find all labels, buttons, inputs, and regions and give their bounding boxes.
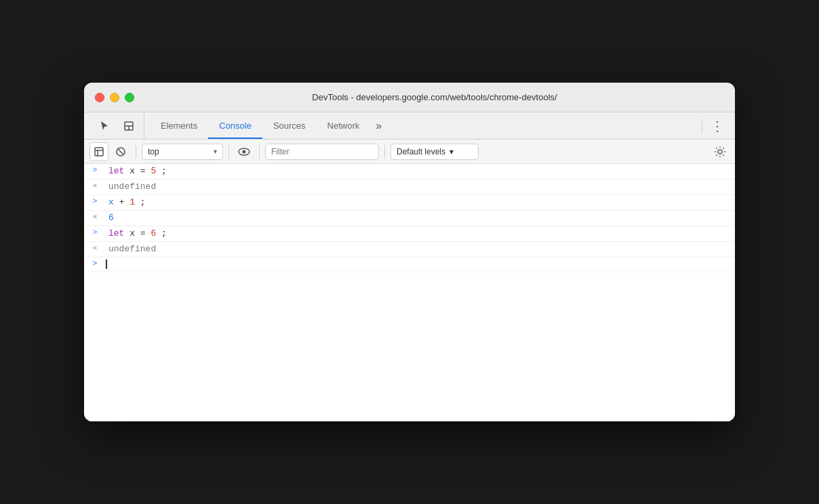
levels-chevron-icon: ▾ — [450, 147, 454, 156]
console-toolbar: top ▾ Default levels ▾ — [84, 140, 735, 164]
filter-input[interactable] — [265, 144, 379, 160]
context-selector[interactable]: top ▾ — [142, 144, 223, 160]
log-levels-selector[interactable]: Default levels ▾ — [391, 144, 479, 160]
input-arrow: > — [84, 164, 106, 176]
console-prompt-line[interactable]: > — [84, 257, 735, 272]
keyword: let — [108, 228, 124, 238]
toolbar-divider-1 — [136, 145, 136, 159]
keyword: let — [108, 166, 124, 176]
input-arrow: > — [84, 195, 106, 207]
minimize-button[interactable] — [110, 93, 119, 102]
cursor-icon[interactable] — [95, 117, 114, 135]
console-line-1: let x = 5 ; — [106, 164, 735, 179]
result-value: undefined — [108, 244, 156, 254]
maximize-button[interactable] — [125, 93, 134, 102]
number: 5 — [151, 166, 156, 176]
tabs-bar: Elements Console Sources Network » ⋮ — [84, 112, 735, 140]
console-line-2: undefined — [106, 180, 735, 194]
toolbar-divider-3 — [259, 145, 260, 159]
console-line-5: let x = 6 ; — [106, 226, 735, 241]
console-entry-4: « 6 — [84, 211, 735, 226]
titlebar: DevTools - developers.google.com/web/too… — [84, 83, 735, 112]
tab-sources[interactable]: Sources — [262, 112, 317, 139]
window-title: DevTools - developers.google.com/web/too… — [145, 92, 724, 102]
panel-icon[interactable] — [119, 117, 138, 135]
console-entry-5: > let x = 6 ; — [84, 226, 735, 242]
more-tabs-button[interactable]: » — [370, 112, 387, 139]
identifier: x — [108, 197, 114, 207]
operator: + — [119, 197, 130, 207]
toolbar-divider-4 — [384, 145, 385, 159]
result-value: undefined — [108, 182, 156, 192]
operator: ; — [161, 166, 167, 176]
console-entry-2: « undefined — [84, 180, 735, 195]
text-cursor — [106, 259, 107, 269]
tab-icons — [89, 112, 144, 139]
console-entry-1: > let x = 5 ; — [84, 164, 735, 180]
traffic-lights — [95, 93, 134, 102]
operator: ; — [161, 228, 167, 238]
console-line-6: undefined — [106, 242, 735, 257]
tab-network[interactable]: Network — [317, 112, 371, 139]
svg-point-9 — [243, 150, 246, 153]
input-arrow: > — [84, 226, 106, 238]
toggle-drawer-button[interactable] — [89, 142, 108, 161]
operator: x = — [129, 166, 151, 176]
svg-point-10 — [718, 150, 722, 154]
console-entry-3: > x + 1 ; — [84, 195, 735, 211]
operator: x = — [129, 228, 151, 238]
toolbar-divider-2 — [228, 145, 229, 159]
tabs-spacer — [387, 112, 699, 139]
result-value: 6 — [108, 213, 114, 223]
output-arrow: « — [84, 211, 106, 223]
console-input-line[interactable] — [106, 257, 735, 271]
close-button[interactable] — [95, 93, 104, 102]
console-entry-6: « undefined — [84, 242, 735, 257]
output-arrow: « — [84, 242, 106, 254]
prompt-arrow: > — [84, 257, 106, 270]
number: 1 — [129, 197, 135, 207]
chevron-down-icon: ▾ — [214, 148, 217, 155]
eye-icon[interactable] — [235, 142, 254, 161]
divider — [702, 119, 702, 133]
svg-rect-3 — [95, 148, 103, 156]
clear-console-button[interactable] — [111, 142, 130, 161]
svg-line-7 — [118, 149, 123, 154]
output-arrow: « — [84, 180, 106, 192]
console-line-3: x + 1 ; — [106, 195, 735, 210]
number: 6 — [151, 228, 156, 238]
tab-elements[interactable]: Elements — [150, 112, 208, 139]
operator: ; — [140, 197, 146, 207]
devtools-window: DevTools - developers.google.com/web/too… — [84, 83, 735, 421]
console-content[interactable]: > let x = 5 ; « undefined > x + 1 ; — [84, 164, 735, 421]
console-line-4: 6 — [106, 211, 735, 226]
tab-console[interactable]: Console — [208, 112, 262, 139]
settings-button[interactable] — [711, 142, 730, 161]
more-options-button[interactable]: ⋮ — [705, 112, 730, 139]
